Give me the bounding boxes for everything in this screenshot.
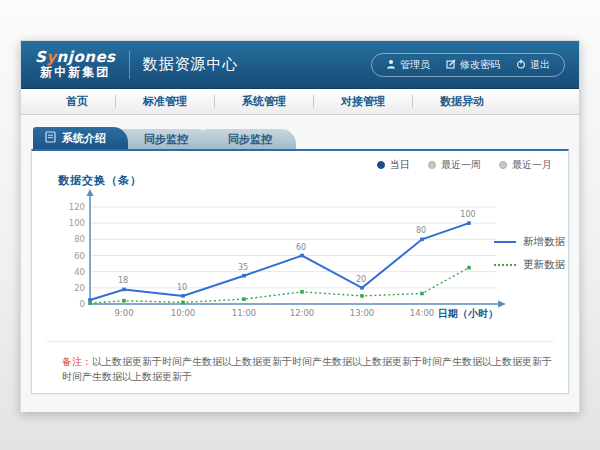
footnote-prefix: 备注： — [62, 356, 92, 367]
app-window: Synjones 新中新集团 数据资源中心 管理员 修改密码 — [20, 40, 580, 412]
svg-text:100: 100 — [69, 218, 85, 228]
svg-text:日期（小时）: 日期（小时） — [438, 308, 498, 319]
svg-text:10:00: 10:00 — [171, 308, 196, 318]
document-icon — [45, 131, 56, 146]
change-password-button[interactable]: 修改密码 — [446, 58, 500, 72]
legend-item-new-data: 新增数据 — [494, 235, 565, 249]
footnote: 备注：以上数据更新于时间产生数据以上数据更新于时间产生数据以上数据更新于时间产生… — [62, 354, 552, 384]
tab-strip: 系统介绍 同步监控 同步监控 — [33, 127, 579, 149]
svg-text:0: 0 — [80, 299, 85, 309]
tab-system-intro[interactable]: 系统介绍 — [33, 127, 128, 149]
svg-text:12:00: 12:00 — [290, 308, 315, 318]
chart-panel: 当日 最近一周 最近一月 数据交换（条） 0204060801001209:00… — [31, 149, 569, 394]
logo-company-name: 新中新集团 — [35, 66, 116, 79]
chart-legend: 新增数据 更新数据 — [494, 235, 565, 281]
radio-icon — [377, 161, 385, 169]
time-range-group: 当日 最近一周 最近一月 — [377, 158, 552, 172]
nav-item-standard-mgmt[interactable]: 标准管理 — [116, 89, 214, 114]
nav-item-system-mgmt[interactable]: 系统管理 — [215, 89, 313, 114]
header-divider — [129, 51, 130, 79]
main-nav: 首页 标准管理 系统管理 对接管理 数据异动 — [21, 89, 579, 115]
app-title: 数据资源中心 — [143, 55, 239, 74]
svg-text:9:00: 9:00 — [114, 308, 133, 318]
radio-icon — [428, 161, 436, 169]
nav-item-data-change[interactable]: 数据异动 — [413, 89, 511, 114]
svg-text:20: 20 — [74, 283, 85, 293]
radio-last-week[interactable]: 最近一周 — [428, 158, 481, 172]
svg-text:60: 60 — [296, 243, 306, 252]
svg-text:10: 10 — [177, 283, 187, 292]
logo-accent: y — [46, 48, 56, 66]
legend-item-update-data: 更新数据 — [494, 258, 565, 272]
svg-text:40: 40 — [74, 267, 85, 277]
svg-text:80: 80 — [416, 226, 426, 235]
radio-icon — [499, 161, 507, 169]
content-area: 系统介绍 同步监控 同步监控 当日 最近一周 — [21, 115, 579, 412]
logout-button[interactable]: 退出 — [516, 58, 550, 72]
nav-item-interface-mgmt[interactable]: 对接管理 — [314, 89, 412, 114]
logo-wordmark: Synjones — [35, 50, 116, 66]
radio-last-month[interactable]: 最近一月 — [499, 158, 552, 172]
panel-divider — [46, 341, 554, 342]
tab-sync-monitor-1[interactable]: 同步监控 — [120, 129, 212, 149]
nav-item-home[interactable]: 首页 — [39, 89, 115, 114]
svg-text:13:00: 13:00 — [350, 308, 375, 318]
svg-text:35: 35 — [238, 263, 248, 272]
footnote-text: 以上数据更新于时间产生数据以上数据更新于时间产生数据以上数据更新于时间产生数据以… — [62, 356, 552, 382]
tab-sync-monitor-2[interactable]: 同步监控 — [204, 129, 296, 149]
edit-icon — [446, 59, 456, 71]
dotted-line-swatch — [494, 264, 516, 266]
svg-text:100: 100 — [460, 210, 475, 219]
user-icon — [386, 59, 396, 71]
svg-text:14:00: 14:00 — [410, 308, 435, 318]
svg-text:80: 80 — [74, 234, 85, 244]
svg-text:60: 60 — [74, 251, 85, 261]
line-chart: 0204060801001209:0010:0011:0012:0013:001… — [62, 189, 567, 329]
solid-line-swatch — [494, 241, 516, 243]
power-icon — [516, 59, 526, 71]
current-user-button[interactable]: 管理员 — [386, 58, 430, 72]
radio-today[interactable]: 当日 — [377, 158, 410, 172]
chart-y-axis-title: 数据交换（条） — [58, 173, 142, 188]
svg-text:18: 18 — [118, 276, 128, 285]
company-logo[interactable]: Synjones 新中新集团 — [35, 50, 116, 78]
svg-text:11:00: 11:00 — [232, 308, 257, 318]
header-actions: 管理员 修改密码 退出 — [371, 53, 565, 77]
svg-text:120: 120 — [69, 202, 85, 212]
header: Synjones 新中新集团 数据资源中心 管理员 修改密码 — [21, 41, 579, 89]
svg-text:20: 20 — [356, 275, 366, 284]
